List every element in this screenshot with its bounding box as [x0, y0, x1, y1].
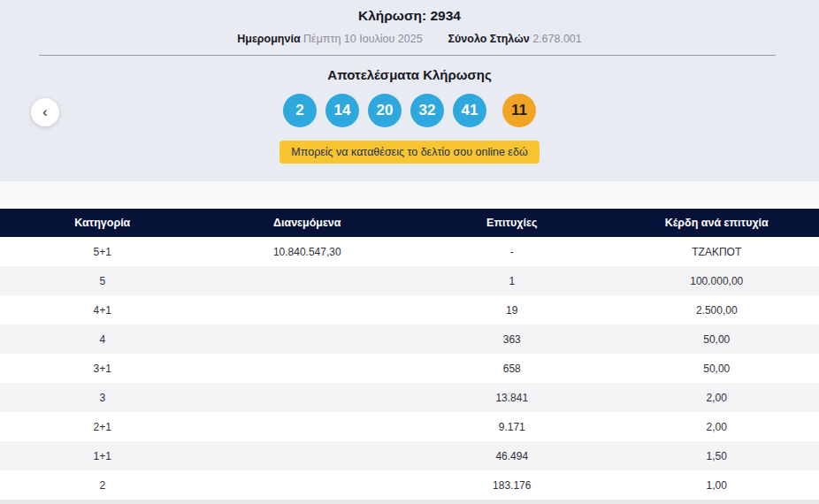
- column-header-distributed: Διανεμόμενα: [205, 217, 410, 229]
- table-row: 436350,00: [0, 325, 819, 354]
- table-row: 1+146.4941,50: [0, 441, 819, 470]
- table-cell: 183.176: [410, 479, 615, 492]
- table-row: 313.8412,00: [0, 383, 819, 412]
- number-ball: 20: [368, 94, 402, 127]
- bonus-ball: 11: [502, 94, 536, 127]
- table-cell: 2: [0, 479, 205, 492]
- table-cell: 2,00: [615, 392, 819, 404]
- table-cell: 19: [410, 304, 615, 317]
- prize-table: Κατηγορία Διανεμόμενα Επιτυχίες Κέρδη αν…: [0, 209, 819, 500]
- draw-section: Κλήρωση: 2934 Ημερομηνία Πέμπτη 10 Ιουλί…: [0, 0, 819, 181]
- table-cell: 10.840.547,30: [205, 246, 410, 258]
- column-header-prize-per-winner: Κέρδη ανά επιτυχία: [615, 217, 819, 229]
- date-label: Ημερομηνία: [237, 33, 300, 45]
- number-ball: 14: [325, 94, 359, 127]
- table-cell: 46.494: [410, 450, 615, 462]
- table-cell: 1,00: [615, 479, 819, 492]
- table-cell: 50,00: [615, 333, 819, 346]
- table-cell: 50,00: [615, 363, 819, 375]
- number-ball: 2: [283, 94, 317, 127]
- table-row: 4+1192.500,00: [0, 295, 819, 325]
- previous-draw-button[interactable]: ‹: [31, 98, 59, 126]
- number-ball: 32: [410, 94, 444, 127]
- table-cell: 2.500,00: [615, 304, 819, 317]
- table-row: 3+165850,00: [0, 354, 819, 383]
- table-cell: 100.000,00: [615, 275, 819, 287]
- draw-title: Κλήρωση: 2934: [0, 0, 819, 24]
- table-cell: 363: [410, 333, 615, 346]
- table-body: 5+110.840.547,30-ΤΖΑΚΠΟΤ51100.000,004+11…: [0, 237, 819, 500]
- chevron-left-icon: ‹: [42, 104, 47, 119]
- number-ball: 41: [453, 94, 486, 127]
- table-row: 5+110.840.547,30-ΤΖΑΚΠΟΤ: [0, 237, 819, 266]
- bottom-strip: [0, 500, 819, 504]
- table-cell: -: [410, 246, 615, 258]
- table-header-row: Κατηγορία Διανεμόμενα Επιτυχίες Κέρδη αν…: [0, 209, 819, 237]
- table-row: 2+19.1712,00: [0, 412, 819, 441]
- table-cell: 5+1: [0, 246, 205, 258]
- column-header-winners: Επιτυχίες: [410, 217, 615, 229]
- table-cell: 3+1: [0, 363, 205, 375]
- table-cell: 13.841: [410, 392, 615, 404]
- section-gap: [0, 181, 819, 209]
- table-cell: 2+1: [0, 421, 205, 433]
- table-cell: 1,50: [615, 450, 819, 462]
- table-cell: 3: [0, 392, 205, 404]
- table-cell: 9.171: [410, 421, 615, 433]
- table-cell: 2,00: [615, 421, 819, 433]
- section-divider: [39, 55, 776, 56]
- results-heading: Αποτελέσματα Κλήρωσης: [0, 67, 819, 82]
- table-cell: 4+1: [0, 304, 205, 317]
- table-cell: 5: [0, 275, 205, 287]
- draw-meta: Ημερομηνία Πέμπτη 10 Ιουλίου 2025 Σύνολο…: [0, 33, 819, 45]
- winning-numbers: 21420324111: [0, 94, 819, 127]
- table-cell: 1: [410, 275, 615, 287]
- submit-slip-online-button[interactable]: Μπορείς να καταθέσεις το δελτίο σου onli…: [279, 141, 539, 164]
- table-cell: 658: [410, 363, 615, 375]
- table-cell: ΤΖΑΚΠΟΤ: [615, 246, 819, 258]
- columns-label: Σύνολο Στηλών: [448, 33, 530, 45]
- date-value: Πέμπτη 10 Ιουλίου 2025: [303, 33, 423, 45]
- table-cell: 1+1: [0, 450, 205, 462]
- column-header-category: Κατηγορία: [0, 217, 205, 229]
- columns-value: 2.678.001: [532, 33, 582, 45]
- table-cell: 4: [0, 333, 205, 346]
- table-row: 51100.000,00: [0, 266, 819, 295]
- table-row: 2183.1761,00: [0, 470, 819, 500]
